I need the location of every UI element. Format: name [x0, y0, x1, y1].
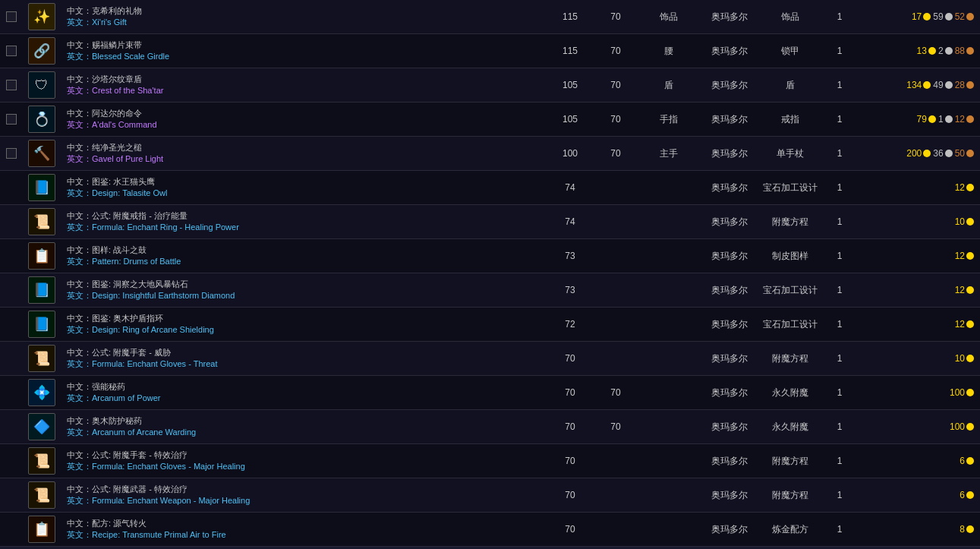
- item-faction: 奥玛多尔: [699, 79, 760, 92]
- row-checkbox[interactable]: [6, 46, 17, 56]
- item-en-name[interactable]: 英文：Xi'ri's Gift: [67, 17, 541, 28]
- item-cn-name: 中文：公式: 附魔戒指 - 治疗能量: [67, 210, 541, 222]
- item-icon-col: 📘: [23, 174, 61, 201]
- price-silver: 36: [933, 148, 952, 159]
- item-qty: 1: [821, 490, 859, 500]
- item-cn-name: 中文：图鉴: 奥木护盾指环: [67, 313, 541, 324]
- item-faction: 奥玛多尔: [699, 11, 760, 24]
- row-checkbox[interactable]: [6, 80, 17, 90]
- item-type: 炼金配方: [760, 523, 821, 536]
- item-icon-col: 📋: [23, 242, 61, 270]
- item-cn-name: 中文：公式: 附魔手套 - 威胁: [67, 347, 541, 358]
- price-gold: 12: [955, 251, 974, 261]
- row-checkbox[interactable]: [6, 148, 17, 159]
- item-icon: 📜: [28, 481, 55, 509]
- item-icon: 📘: [28, 276, 55, 304]
- silver-coin-icon: [945, 47, 953, 55]
- item-cn-name: 中文：图鉴: 洞察之大地风暴钻石: [67, 279, 541, 290]
- item-icon-col: 🔨: [23, 140, 61, 167]
- item-price: 79112: [859, 114, 980, 125]
- item-name-col: 中文：公式: 附魔戒指 - 治疗能量英文：Formula: Enchant Ri…: [61, 209, 547, 235]
- price-gold: 6: [960, 456, 974, 466]
- table-row: 📜中文：公式: 附魔手套 - 特效治疗英文：Formula: Enchant G…: [0, 444, 980, 478]
- gold-coin-icon: [966, 252, 974, 260]
- item-level: 100: [547, 148, 593, 159]
- item-icon: 📜: [28, 208, 55, 235]
- item-name-col: 中文：奥木防护秘药英文：Arcanum of Arcane Warding: [61, 414, 547, 440]
- item-level: 70: [547, 490, 593, 500]
- item-en-name[interactable]: 英文：Design: Ring of Arcane Shielding: [67, 324, 541, 336]
- item-en-name[interactable]: 英文：Crest of the Sha'tar: [67, 85, 541, 96]
- price-gold: 13: [917, 46, 936, 56]
- copper-coin-icon: [966, 115, 974, 123]
- item-price: 6: [859, 490, 980, 500]
- item-icon-col: 🔗: [23, 37, 61, 65]
- item-type: 附魔方程: [760, 352, 821, 365]
- item-qty: 1: [821, 182, 859, 193]
- item-faction: 奥玛多尔: [699, 181, 760, 194]
- gold-coin-icon: [966, 218, 974, 226]
- checkbox-col: [0, 148, 23, 159]
- item-icon-col: 📜: [23, 345, 61, 372]
- table-row: 📘中文：图鉴: 水王猫头鹰英文：Design: Talasite Owl74奥玛…: [0, 171, 980, 205]
- item-faction: 奥玛多尔: [699, 489, 760, 502]
- item-name-col: 中文：纯净圣光之槌英文：Gavel of Pure Light: [61, 140, 547, 166]
- item-icon-col: 📜: [23, 481, 61, 509]
- item-cn-name: 中文：阿达尔的命令: [67, 108, 541, 119]
- table-row: 🔨中文：纯净圣光之槌英文：Gavel of Pure Light10070主手奥…: [0, 137, 980, 171]
- item-price: 2003650: [859, 148, 980, 159]
- table-row: 🛡中文：沙塔尔纹章盾英文：Crest of the Sha'tar10570盾奥…: [0, 68, 980, 103]
- item-en-name[interactable]: 英文：Formula: Enchant Ring - Healing Power: [67, 222, 541, 233]
- item-en-name[interactable]: 英文：Recipe: Transmute Primal Air to Fire: [67, 529, 541, 541]
- item-level: 70: [547, 387, 593, 398]
- item-en-name[interactable]: 英文：Formula: Enchant Gloves - Major Heali…: [67, 461, 541, 472]
- item-en-name[interactable]: 英文：Pattern: Drums of Battle: [67, 256, 541, 267]
- price-gold: 8: [960, 524, 974, 535]
- item-qty: 1: [821, 387, 859, 398]
- table-row: ✨中文：克希利的礼物英文：Xi'ri's Gift11570饰品奥玛多尔饰品11…: [0, 0, 980, 34]
- item-level: 73: [547, 251, 593, 261]
- item-req-level: 70: [593, 11, 638, 22]
- item-qty: 1: [821, 285, 859, 295]
- item-en-name[interactable]: 英文：Gavel of Pure Light: [67, 153, 541, 165]
- item-faction: 奥玛多尔: [699, 216, 760, 229]
- price-silver: 1: [938, 114, 953, 125]
- item-name-col: 中文：赐福鳞片束带英文：Blessed Scale Girdle: [61, 38, 547, 64]
- item-en-name[interactable]: 英文：Arcanum of Power: [67, 393, 541, 404]
- copper-coin-icon: [966, 13, 974, 21]
- item-en-name[interactable]: 英文：Formula: Enchant Weapon - Major Heali…: [67, 495, 541, 506]
- copper-coin-icon: [966, 47, 974, 55]
- item-en-name[interactable]: 英文：A'dal's Command: [67, 119, 541, 131]
- item-icon: 🔗: [28, 37, 55, 65]
- price-gold: 10: [955, 216, 974, 227]
- price-copper: 50: [955, 148, 974, 159]
- price-copper: 28: [955, 80, 974, 90]
- item-type: 附魔方程: [760, 489, 821, 502]
- item-faction: 奥玛多尔: [699, 250, 760, 263]
- item-icon-col: 💍: [23, 106, 61, 133]
- row-checkbox[interactable]: [6, 114, 17, 125]
- item-en-name[interactable]: 英文：Formula: Enchant Gloves - Threat: [67, 358, 541, 370]
- item-icon-col: 📜: [23, 208, 61, 235]
- item-type: 宝石加工设计: [760, 181, 821, 194]
- item-level: 105: [547, 80, 593, 90]
- item-en-name[interactable]: 英文：Arcanum of Arcane Warding: [67, 427, 541, 438]
- item-level: 105: [547, 114, 593, 125]
- item-price: 12: [859, 285, 980, 295]
- item-icon: 📋: [28, 242, 55, 270]
- item-icon-col: 🛡: [23, 71, 61, 99]
- item-slot: 盾: [638, 79, 699, 92]
- item-name-col: 中文：强能秘药英文：Arcanum of Power: [61, 380, 547, 405]
- item-en-name[interactable]: 英文：Design: Insightful Earthstorm Diamond: [67, 290, 541, 301]
- item-cn-name: 中文：奥木防护秘药: [67, 415, 541, 427]
- item-faction: 奥玛多尔: [699, 352, 760, 365]
- gold-coin-icon: [966, 355, 974, 362]
- item-en-name[interactable]: 英文：Blessed Scale Girdle: [67, 51, 541, 62]
- item-en-name[interactable]: 英文：Design: Talasite Owl: [67, 188, 541, 199]
- item-qty: 1: [821, 114, 859, 125]
- table-row: 📋中文：图样: 战斗之鼓英文：Pattern: Drums of Battle7…: [0, 239, 980, 273]
- row-checkbox[interactable]: [6, 11, 17, 22]
- item-icon: 📘: [28, 174, 55, 201]
- item-icon: 🔷: [28, 413, 55, 440]
- item-cn-name: 中文：纯净圣光之槌: [67, 142, 541, 153]
